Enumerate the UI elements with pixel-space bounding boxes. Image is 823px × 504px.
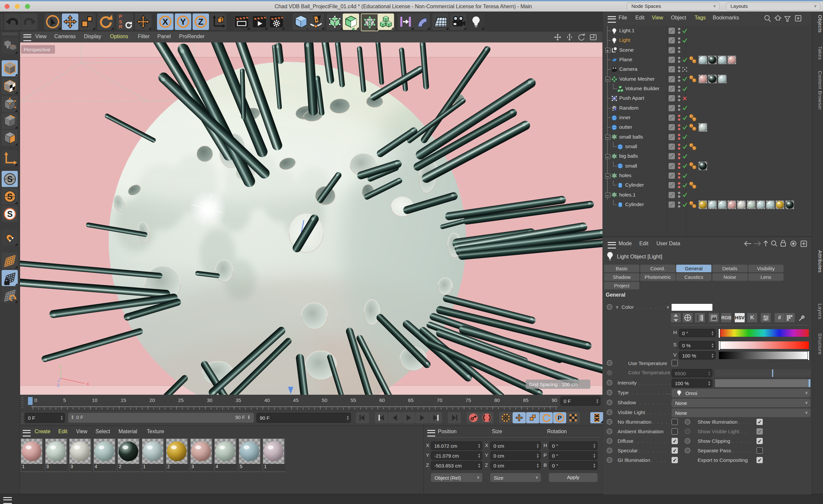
svg-text:90: 90 bbox=[552, 397, 557, 403]
svg-text:Y: Y bbox=[59, 364, 62, 369]
svg-text:X: X bbox=[86, 381, 89, 386]
svg-text:Y: Y bbox=[180, 17, 186, 27]
svg-text:S: S bbox=[7, 209, 13, 218]
svg-text:S: S bbox=[7, 174, 13, 184]
svg-text:75: 75 bbox=[466, 397, 471, 403]
svg-text:65: 65 bbox=[408, 397, 414, 403]
svg-text:25: 25 bbox=[178, 397, 184, 403]
svg-text:5: 5 bbox=[63, 397, 66, 403]
svg-text:70: 70 bbox=[437, 397, 443, 403]
svg-text:55: 55 bbox=[351, 397, 356, 403]
svg-text:15: 15 bbox=[121, 397, 126, 403]
svg-text:S: S bbox=[7, 192, 13, 201]
svg-text:Grid Spacing : 100 cm: Grid Spacing : 100 cm bbox=[529, 381, 578, 387]
svg-text:35: 35 bbox=[236, 397, 241, 403]
svg-text:50: 50 bbox=[322, 397, 328, 403]
svg-text:10: 10 bbox=[92, 397, 98, 403]
svg-text:20: 20 bbox=[149, 397, 155, 403]
svg-text:40: 40 bbox=[264, 397, 270, 403]
svg-text:Z: Z bbox=[57, 383, 59, 388]
svg-text:45: 45 bbox=[293, 397, 299, 403]
svg-text:Perspective: Perspective bbox=[24, 47, 50, 52]
svg-text:Z: Z bbox=[198, 17, 203, 27]
svg-text:P: P bbox=[558, 414, 562, 422]
svg-text:60: 60 bbox=[379, 397, 385, 403]
svg-text:85: 85 bbox=[523, 397, 529, 403]
svg-text:80: 80 bbox=[494, 397, 500, 403]
svg-text:0: 0 bbox=[34, 397, 37, 403]
svg-text:X: X bbox=[162, 17, 168, 27]
svg-text:30: 30 bbox=[207, 397, 212, 403]
